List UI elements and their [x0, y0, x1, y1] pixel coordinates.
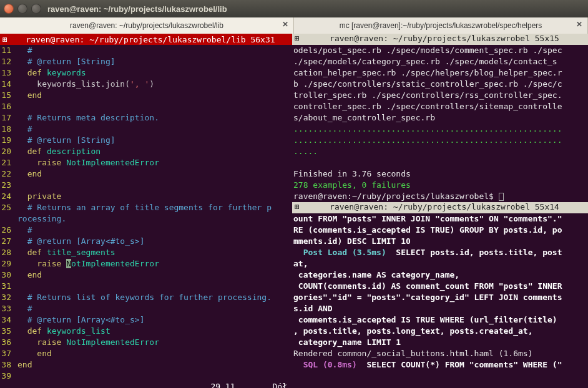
code-text: # — [17, 303, 292, 314]
code-text: # @return [String] — [17, 56, 292, 67]
tab-terminal-1[interactable]: raven@raven: ~/ruby/projects/lukaszwrobe… — [0, 17, 294, 34]
grid-icon: ⊞ — [2, 35, 11, 44]
cursor-position: 29,11 — [210, 382, 235, 388]
line-number: 18 — [0, 124, 17, 135]
line-number: 11 — [0, 45, 17, 56]
line-number: 14 — [0, 79, 17, 90]
code-text: # Returns list of keywords for further p… — [17, 292, 292, 303]
line-number: 21 — [0, 157, 17, 168]
tab-terminal-2[interactable]: mc [raven@raven]:~/ruby/projects/lukaszw… — [294, 17, 588, 34]
sql-log-output[interactable]: ount FROM "posts" INNER JOIN "comments" … — [292, 213, 588, 371]
code-text: # @return [Array<#to_s>] — [17, 236, 292, 247]
code-line: 31 — [0, 281, 292, 292]
line-number: 37 — [0, 348, 17, 359]
line-number — [0, 213, 17, 225]
code-text: private — [17, 191, 292, 202]
maximize-icon[interactable] — [31, 4, 41, 14]
code-text: def keywords — [17, 67, 292, 79]
rspec-output[interactable]: odels/post_spec.rb ./spec/models/comment… — [292, 45, 588, 202]
code-line: 24 private — [0, 191, 292, 202]
line-number: 25 — [0, 202, 17, 213]
line-number: 36 — [0, 337, 17, 348]
code-line: 14 keywords_list.join(', ') — [0, 79, 292, 90]
code-line: rocessing. — [0, 213, 292, 225]
line-number: 12 — [0, 56, 17, 67]
code-text: # Returns an array of title segments for… — [17, 202, 292, 213]
code-line: 35 def keywords_list — [0, 326, 292, 337]
line-number: 33 — [0, 303, 17, 314]
right-top-title: raven@raven: ~/ruby/projects/lukaszwrobe… — [303, 34, 586, 45]
line-number: 22 — [0, 168, 17, 180]
code-line: 38end — [0, 359, 292, 371]
code-text — [17, 371, 292, 382]
code-line: 39 — [0, 371, 292, 382]
line-number: 34 — [0, 314, 17, 326]
split-panes: ⊞ raven@raven: ~/ruby/projects/lukaszwro… — [0, 34, 588, 388]
close-icon[interactable] — [4, 4, 14, 14]
line-number: 23 — [0, 180, 17, 191]
code-text: raise NotImplementedError — [17, 157, 292, 168]
code-line: 26 # — [0, 225, 292, 236]
line-number: 38 — [0, 359, 17, 371]
code-text: rocessing. — [17, 213, 292, 225]
status-end: Dół — [273, 382, 287, 388]
code-text — [17, 101, 292, 112]
code-text: # — [17, 45, 292, 56]
close-icon[interactable]: ✕ — [282, 20, 288, 29]
right-top-titlebar: ⊞ raven@raven: ~/ruby/projects/lukaszwro… — [292, 34, 588, 45]
code-line: 13 def keywords — [0, 67, 292, 79]
right-bottom-title: raven@raven: ~/ruby/projects/lukaszwrobe… — [303, 202, 586, 213]
code-line: 18 # — [0, 124, 292, 135]
code-line: 16 — [0, 101, 292, 112]
close-icon[interactable]: ✕ — [576, 20, 582, 29]
line-number: 13 — [0, 67, 17, 79]
line-number: 35 — [0, 326, 17, 337]
code-line: 19 # @return [String] — [0, 135, 292, 146]
code-text: keywords_list.join(', ') — [17, 79, 292, 90]
code-line: 36 raise NotImplementedError — [0, 337, 292, 348]
line-number: 16 — [0, 101, 17, 112]
code-text: # — [17, 225, 292, 236]
code-line: 12 # @return [String] — [0, 56, 292, 67]
left-pane-title: raven@raven: ~/ruby/projects/lukaszwrobe… — [11, 35, 290, 44]
line-number: 30 — [0, 269, 17, 281]
code-line: 15 end — [0, 90, 292, 101]
grid-icon: ⊞ — [295, 34, 303, 45]
left-pane[interactable]: ⊞ raven@raven: ~/ruby/projects/lukaszwro… — [0, 34, 292, 388]
line-number: 24 — [0, 191, 17, 202]
code-line: 17 # Returns meta description. — [0, 112, 292, 124]
tab-label: raven@raven: ~/ruby/projects/lukaszwrobe… — [70, 21, 223, 30]
code-text — [17, 180, 292, 191]
code-text: end — [17, 90, 292, 101]
code-text: def title_segments — [17, 247, 292, 258]
code-text: end — [17, 269, 292, 281]
window-controls — [4, 4, 41, 14]
code-line: 28 def title_segments — [0, 247, 292, 258]
minimize-icon[interactable] — [17, 4, 27, 14]
code-line: 34 # @return [Array<#to_s>] — [0, 314, 292, 326]
line-number: 27 — [0, 236, 17, 247]
line-number: 31 — [0, 281, 17, 292]
vim-statusline: 29,11 Dół — [0, 382, 292, 388]
tab-bar: raven@raven: ~/ruby/projects/lukaszwrobe… — [0, 17, 588, 34]
code-text — [17, 281, 292, 292]
code-line: 32 # Returns list of keywords for furthe… — [0, 292, 292, 303]
code-line: 11 # — [0, 45, 292, 56]
line-number: 15 — [0, 90, 17, 101]
tab-label: mc [raven@raven]:~/ruby/projects/lukaszw… — [340, 21, 542, 30]
code-text: raise NotImplementedError — [17, 258, 292, 269]
code-text: # @return [Array<#to_s>] — [17, 314, 292, 326]
right-pane[interactable]: ⊞ raven@raven: ~/ruby/projects/lukaszwro… — [292, 34, 588, 388]
line-number: 39 — [0, 371, 17, 382]
code-text: raise NotImplementedError — [17, 337, 292, 348]
code-area[interactable]: 11 #12 # @return [String]13 def keywords… — [0, 45, 292, 382]
code-line: 27 # @return [Array<#to_s>] — [0, 236, 292, 247]
code-line: 22 end — [0, 168, 292, 180]
code-text: # Returns meta description. — [17, 112, 292, 124]
code-text: end — [17, 359, 292, 371]
code-text: # @return [String] — [17, 135, 292, 146]
line-number: 29 — [0, 258, 17, 269]
window-title: raven@raven: ~/ruby/projects/lukaszwrobe… — [47, 4, 227, 14]
line-number: 17 — [0, 112, 17, 124]
right-bottom-titlebar: ⊞ raven@raven: ~/ruby/projects/lukaszwro… — [292, 202, 588, 213]
